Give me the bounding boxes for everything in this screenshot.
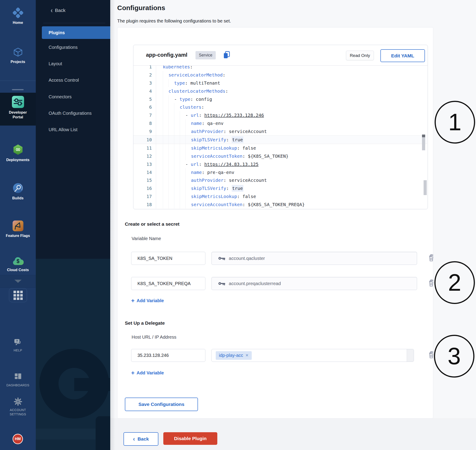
main-content: Configurations The plugin requires the f…: [110, 0, 476, 450]
code-line-5: 5 - type: config: [133, 95, 427, 103]
svg-text:?: ?: [16, 339, 18, 343]
nav-item-access-control[interactable]: Access Control: [49, 78, 79, 83]
service-badge: Service: [195, 51, 216, 59]
sidebar-item-help[interactable]: ? HELP: [0, 339, 36, 353]
line-number: 9: [133, 127, 156, 136]
line-number: 18: [133, 201, 156, 209]
nav-item-configurations[interactable]: Configurations: [49, 45, 78, 50]
deployments-icon: ∞: [12, 144, 24, 155]
sidebar-item-account-settings[interactable]: ACCOUNTSETTINGS: [0, 397, 36, 416]
tag-chip: idp-play-acc ✕: [216, 351, 252, 360]
secrets-section-heading: Create or select a secret: [125, 221, 180, 227]
back-button[interactable]: ‹ Back: [123, 432, 158, 446]
line-number: 14: [133, 168, 156, 176]
save-configurations-button[interactable]: Save Configurations: [125, 397, 198, 411]
key-icon: [218, 256, 226, 260]
code-line-7: 7 - url: https://35.233.128.246: [133, 111, 427, 119]
secret-value: account.preqaclusterread: [229, 281, 281, 286]
code-line-3: 3 type: multiTenant: [133, 79, 427, 87]
sidebar-item-home[interactable]: Home: [0, 7, 36, 25]
sidebar-item-label: Cloud Costs: [7, 267, 29, 272]
disable-plugin-button[interactable]: Disable Plugin: [163, 432, 217, 445]
delete-variable-button-1[interactable]: [428, 254, 435, 263]
yaml-editor-header: app-config.yaml Service Read Only Edit Y…: [133, 45, 428, 66]
nav-item-url-allow-list[interactable]: URL Allow List: [49, 127, 77, 132]
builds-icon: [12, 183, 24, 194]
code-line-17: 17 skipMetricsLookup: false: [133, 192, 427, 201]
page-subtitle: The plugin requires the following config…: [117, 18, 231, 24]
sidebar-item-builds[interactable]: Builds: [0, 183, 36, 201]
projects-icon: [13, 47, 23, 57]
feature-flags-icon: [13, 220, 24, 231]
gear-icon: [14, 397, 22, 406]
add-variable-link-secrets[interactable]: + Add Variable: [131, 298, 164, 303]
scrollbar-mark: [422, 135, 425, 137]
code-line-14: 14 name: pre-qa-env: [133, 168, 427, 176]
read-only-badge: Read Only: [346, 51, 374, 60]
line-number: 13: [133, 160, 156, 168]
line-number: 17: [133, 192, 156, 201]
sidebar-item-dashboards[interactable]: DASHBOARDS: [0, 373, 36, 387]
secret-value: account.qacluster: [229, 256, 265, 261]
back-link[interactable]: ‹ Back: [51, 7, 65, 13]
nav-item-oauth-configurations[interactable]: OAuth Configurations: [49, 111, 92, 116]
avatar[interactable]: HM: [13, 434, 23, 444]
copy-icon[interactable]: [223, 51, 231, 59]
tag-input-strip: [407, 349, 414, 361]
variable-name-input-2[interactable]: K8S_SA_TOKEN_PREQA: [131, 277, 205, 290]
close-icon[interactable]: ✕: [245, 353, 249, 358]
sidebar-item-projects[interactable]: Projects: [0, 47, 36, 64]
page-title: Configurations: [117, 4, 165, 12]
line-number: 7: [133, 111, 156, 119]
variable-name-label: Variable Name: [132, 236, 161, 241]
sidebar-divider: [0, 81, 36, 81]
annotation-circle-2: 2: [434, 261, 475, 304]
sidebar-chevron-strip[interactable]: [0, 275, 36, 288]
back-button-label: Back: [137, 436, 149, 442]
sidebar-item-cloud-costs[interactable]: $ Cloud Costs: [0, 257, 36, 272]
sidebar-item-feature-flags[interactable]: Feature Flags: [0, 220, 36, 238]
tag-chip-label: idp-play-acc: [219, 353, 243, 358]
nav-item-layout[interactable]: Layout: [49, 61, 62, 66]
svg-text:∞: ∞: [15, 146, 20, 153]
sidebar-item-deployments[interactable]: ∞ Deployments: [0, 144, 36, 162]
scrollbar-thumb[interactable]: [423, 180, 427, 195]
scrollbar-thumb[interactable]: [422, 137, 425, 150]
sidebar-item-developer-portal[interactable]: DeveloperPortal: [0, 96, 36, 119]
code-line-18: 18 serviceAccountToken: ${K8S_SA_TOKEN_P…: [133, 201, 427, 209]
add-variable-link-delegate[interactable]: + Add Variable: [131, 370, 164, 376]
nav-item-plugins[interactable]: Plugins: [42, 26, 110, 39]
edit-yaml-button[interactable]: Edit YAML: [380, 49, 425, 62]
dashboards-icon: [14, 373, 22, 381]
line-number: 1: [133, 65, 156, 71]
plus-icon: +: [131, 370, 135, 376]
delegate-tags-input[interactable]: idp-play-acc ✕: [212, 349, 414, 362]
nav-item-label: Plugins: [49, 30, 65, 35]
secret-select-2[interactable]: account.preqaclusterread: [212, 277, 417, 290]
line-number: 16: [133, 184, 156, 192]
host-url-input[interactable]: 35.233.128.246: [131, 349, 205, 362]
nav-divider: [43, 23, 105, 23]
code-line-13: 13 - url: https://34.83.13.125: [133, 160, 427, 168]
code-line-16: 16 skipTLSVerify: true: [133, 184, 427, 192]
variable-name-input-1[interactable]: K8S_SA_TOKEN: [131, 252, 205, 265]
yaml-filename: app-config.yaml: [146, 52, 187, 58]
developer-portal-icon: [12, 96, 24, 108]
yaml-editor-card: app-config.yaml Service Read Only Edit Y…: [133, 45, 428, 209]
module-switcher-button[interactable]: [9, 288, 27, 302]
add-variable-label: Add Variable: [136, 370, 164, 376]
secret-select-1[interactable]: account.qacluster: [212, 252, 417, 265]
code-line-6: 6 clusters:: [133, 103, 427, 111]
delegate-section-heading: Set Up a Delegate: [125, 320, 165, 326]
decor-bar: [74, 378, 110, 391]
sidebar-item-label: DeveloperPortal: [9, 110, 27, 119]
key-icon: [218, 281, 226, 285]
yaml-code-area[interactable]: 1 kubernetes:2 serviceLocatorMethod:3 ty…: [133, 65, 427, 209]
sidebar-item-label: Builds: [12, 196, 24, 201]
line-number: 8: [133, 119, 156, 127]
decor-rect: [96, 416, 110, 450]
nav-item-connectors[interactable]: Connectors: [49, 94, 71, 100]
annotation-circle-1: 1: [435, 101, 475, 143]
sidebar-decoration: INTERNAL DEVELOPER Portal: [36, 259, 110, 450]
line-number: 3: [133, 79, 156, 87]
